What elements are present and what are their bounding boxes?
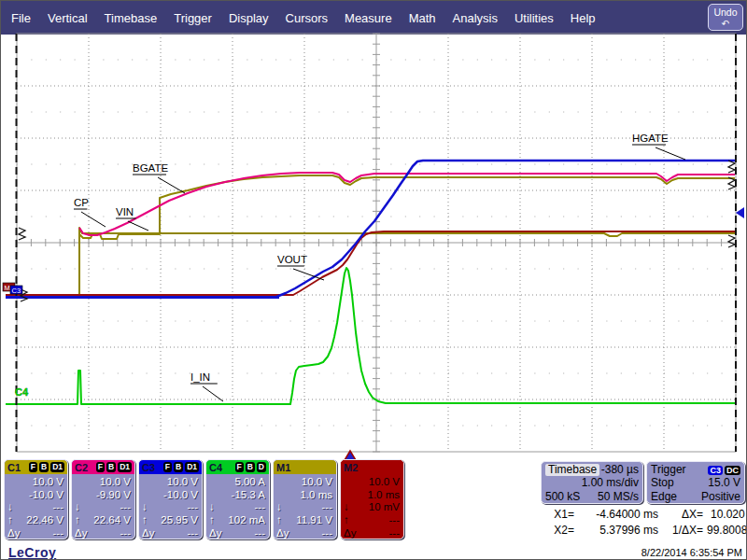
channel-row: ↑102 mA (209, 513, 265, 526)
channel-id-c2: C2 (75, 462, 88, 473)
timebase-rate: 50 MS/s (598, 490, 639, 503)
channel-row: ↑25.95 V (142, 513, 198, 526)
channel-badge-f: F (29, 462, 37, 472)
channel-box-c3[interactable]: C3FBD110.0 V-10.0 V↓---↑25.95 VΔy--- (138, 459, 203, 539)
timebase-per-div: 1.00 ms/div (582, 476, 639, 489)
trace-label-leader (128, 221, 148, 231)
channel-id-c4: C4 (209, 462, 222, 473)
channel-row: 10.0 V (75, 475, 131, 488)
trace-level-marker (728, 235, 735, 247)
trace-label-cp: CP (74, 197, 89, 208)
channel-row: -10.0 V (142, 488, 198, 501)
channel-row: ↑22.46 V (7, 513, 63, 526)
trace-i-in-c4 (6, 268, 735, 404)
channel-row: 1.0 ms (276, 488, 332, 501)
channel-id-m2: M2 (344, 462, 358, 473)
channel-box-m2[interactable]: M210.0 V1.0 ms↓10 mV↑---Δy--- (340, 459, 404, 539)
channel-badge-b: B (106, 462, 116, 472)
channel-row: 10.0 V (7, 475, 63, 488)
channel-badge-d1: D1 (50, 462, 64, 472)
x2-label: X2= (544, 524, 574, 537)
channel-row: ↑22.64 V (75, 513, 131, 526)
channel-row: 10.0 V (344, 475, 400, 488)
trigger-badges: C3DC (706, 463, 740, 476)
datetime-label: 8/22/2014 6:35:54 PM (641, 547, 742, 558)
timebase-title: Timebase (545, 464, 599, 476)
trigger-level-arrow[interactable] (736, 207, 744, 218)
channel-badge-d: D (257, 462, 266, 472)
trace-label-vin: VIN (116, 206, 134, 217)
channel-box-c2[interactable]: C2FBD110.0 V-9.90 V↓---↑22.64 VΔy--- (71, 459, 135, 539)
channel-badge-d1: D1 (185, 462, 199, 472)
channel-row: Δy--- (344, 526, 400, 539)
channel-row: Δy--- (7, 526, 63, 539)
channel-row: ↓--- (142, 500, 198, 513)
trace-label-leader (203, 386, 223, 401)
channel-row: ↑--- (344, 513, 400, 526)
dx-value: 10.020 ms (707, 508, 747, 521)
channel-id-c1: C1 (7, 462, 21, 473)
oscilloscope-screen: FileVerticalTimebaseTriggerDisplayCursor… (0, 0, 747, 560)
lecroy-logo: LeCroy (8, 545, 56, 560)
trace-label-hgate: HGATE (632, 133, 669, 144)
channel-row: ↑11.91 V (276, 513, 332, 526)
trace-vout-m2 (6, 231, 735, 295)
trace-level-marker (19, 228, 25, 240)
channel-badge-f: F (163, 462, 172, 472)
channel-row: ↓--- (276, 500, 332, 513)
footer-bar: LeCroy 8/22/2014 6:35:54 PM (1, 544, 747, 560)
trace-label-leader (158, 177, 185, 193)
trigger-level: 15.0 V (708, 476, 740, 489)
timebase-offset: -380 µs (601, 463, 639, 476)
channel-box-c1[interactable]: C1FBD110.0 V-10.0 V↓---↑22.46 VΔy--- (4, 459, 68, 539)
trace-label-leader (655, 147, 685, 160)
channel-marker-label: C3 (12, 287, 21, 295)
trigger-title: Trigger (651, 463, 686, 476)
channel-badge-d1: D1 (118, 462, 132, 472)
trace-vin-c1 (6, 228, 735, 296)
channel-row: Δy--- (142, 526, 198, 539)
x1-value: -4.64000 ms (578, 508, 658, 521)
inv-dx-value: 99.8008 Hz (707, 524, 747, 537)
channel-badge-b: B (246, 462, 255, 472)
channel-row: Δy--- (276, 526, 332, 539)
channel-row: 1.0 ms (344, 488, 400, 501)
trace-label-i-in: I_IN (190, 371, 210, 383)
trigger-box[interactable]: Trigger C3DC Stop 15.0 V Edge Positive (646, 461, 745, 504)
channel-row: ↓--- (75, 500, 131, 513)
timebase-box[interactable]: Timebase -380 µs 1.00 ms/div 500 kS 50 M… (541, 461, 643, 504)
trace-label-bgate: BGATE (133, 162, 168, 174)
channel-row: 5.00 A (209, 475, 265, 488)
inv-dx-label: 1/ΔX= (662, 524, 703, 537)
x2-value: 5.37996 ms (578, 524, 658, 537)
cursor-readout: X1= -4.64000 ms ΔX= 10.020 ms X2= 5.3799… (544, 508, 747, 537)
trace-label-vout: VOUT (277, 254, 307, 265)
channel-row: -10.0 V (7, 488, 63, 501)
channel-badge-f: F (235, 462, 244, 472)
trigger-source-badge-c3: C3 (708, 466, 723, 475)
channel-row: 10.0 V (142, 475, 198, 488)
dx-label: ΔX= (662, 508, 703, 521)
channel-box-m1[interactable]: M110.0 V1.0 ms↓---↑11.91 VΔy--- (273, 459, 337, 539)
channel-row: 10.0 V (276, 475, 332, 488)
channel-row: ↓10 mV (344, 500, 400, 513)
trigger-source-badge-dc: DC (725, 466, 740, 475)
channel-marker-c4: C4 (15, 386, 29, 398)
channel-box-c4[interactable]: C4FBD5.00 A-15.3 A↓---↑102 mAΔy--- (205, 459, 270, 539)
timebase-samples: 500 kS (545, 490, 580, 503)
channel-badge-b: B (39, 462, 49, 472)
channel-badge-b: B (174, 462, 183, 472)
trace-cp-c2 (79, 173, 735, 235)
trace-bgate-m1 (79, 175, 735, 239)
channel-row: -9.90 V (75, 488, 131, 501)
trace-label-leader (81, 212, 106, 227)
channel-badge-f: F (96, 462, 105, 472)
trace-level-marker (728, 161, 735, 173)
channel-row: -15.3 A (209, 488, 265, 501)
channel-row: ↓--- (209, 500, 265, 513)
x1-label: X1= (544, 508, 574, 521)
trigger-slope: Positive (701, 490, 740, 503)
channel-row: Δy--- (209, 526, 265, 539)
trigger-mode: Stop (651, 476, 674, 489)
channel-id-c3: C3 (142, 462, 155, 473)
